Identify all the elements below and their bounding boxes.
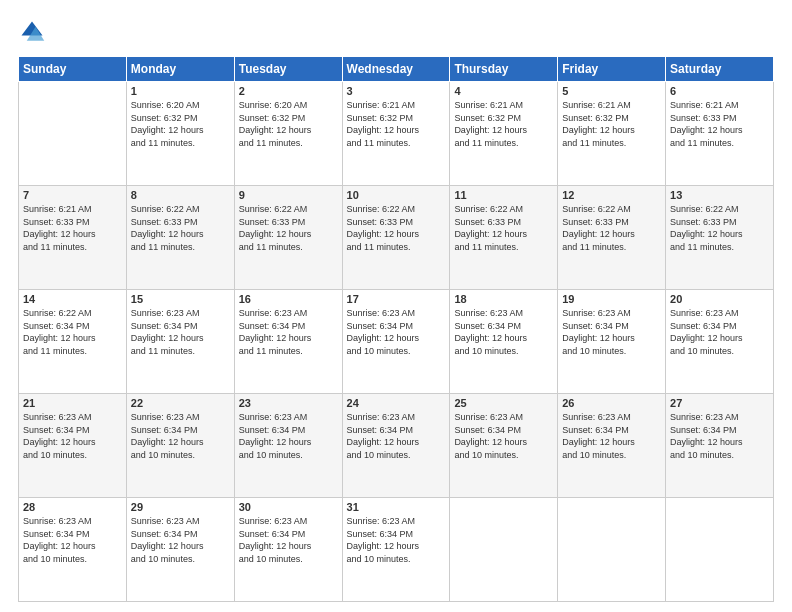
day-info: Sunrise: 6:23 AM Sunset: 6:34 PM Dayligh… (23, 411, 122, 461)
day-info: Sunrise: 6:23 AM Sunset: 6:34 PM Dayligh… (131, 307, 230, 357)
calendar-cell: 12Sunrise: 6:22 AM Sunset: 6:33 PM Dayli… (558, 186, 666, 290)
day-info: Sunrise: 6:21 AM Sunset: 6:32 PM Dayligh… (347, 99, 446, 149)
day-info: Sunrise: 6:22 AM Sunset: 6:33 PM Dayligh… (131, 203, 230, 253)
day-number: 25 (454, 397, 553, 409)
day-info: Sunrise: 6:23 AM Sunset: 6:34 PM Dayligh… (131, 411, 230, 461)
day-info: Sunrise: 6:21 AM Sunset: 6:33 PM Dayligh… (670, 99, 769, 149)
calendar-cell: 3Sunrise: 6:21 AM Sunset: 6:32 PM Daylig… (342, 82, 450, 186)
calendar-week-row: 1Sunrise: 6:20 AM Sunset: 6:32 PM Daylig… (19, 82, 774, 186)
day-number: 28 (23, 501, 122, 513)
day-info: Sunrise: 6:23 AM Sunset: 6:34 PM Dayligh… (131, 515, 230, 565)
day-number: 18 (454, 293, 553, 305)
day-info: Sunrise: 6:23 AM Sunset: 6:34 PM Dayligh… (454, 307, 553, 357)
calendar: SundayMondayTuesdayWednesdayThursdayFrid… (18, 56, 774, 602)
day-number: 10 (347, 189, 446, 201)
day-number: 14 (23, 293, 122, 305)
day-of-week-header: Friday (558, 57, 666, 82)
calendar-cell: 17Sunrise: 6:23 AM Sunset: 6:34 PM Dayli… (342, 290, 450, 394)
day-number: 24 (347, 397, 446, 409)
day-number: 23 (239, 397, 338, 409)
day-number: 20 (670, 293, 769, 305)
calendar-cell: 7Sunrise: 6:21 AM Sunset: 6:33 PM Daylig… (19, 186, 127, 290)
day-info: Sunrise: 6:20 AM Sunset: 6:32 PM Dayligh… (131, 99, 230, 149)
calendar-cell: 21Sunrise: 6:23 AM Sunset: 6:34 PM Dayli… (19, 394, 127, 498)
day-number: 19 (562, 293, 661, 305)
day-info: Sunrise: 6:23 AM Sunset: 6:34 PM Dayligh… (562, 307, 661, 357)
day-info: Sunrise: 6:23 AM Sunset: 6:34 PM Dayligh… (562, 411, 661, 461)
day-info: Sunrise: 6:23 AM Sunset: 6:34 PM Dayligh… (239, 515, 338, 565)
calendar-week-row: 21Sunrise: 6:23 AM Sunset: 6:34 PM Dayli… (19, 394, 774, 498)
day-number: 4 (454, 85, 553, 97)
day-info: Sunrise: 6:23 AM Sunset: 6:34 PM Dayligh… (670, 307, 769, 357)
calendar-cell (666, 498, 774, 602)
day-number: 6 (670, 85, 769, 97)
day-info: Sunrise: 6:23 AM Sunset: 6:34 PM Dayligh… (239, 411, 338, 461)
day-info: Sunrise: 6:23 AM Sunset: 6:34 PM Dayligh… (347, 411, 446, 461)
day-number: 11 (454, 189, 553, 201)
calendar-cell: 1Sunrise: 6:20 AM Sunset: 6:32 PM Daylig… (126, 82, 234, 186)
calendar-cell: 30Sunrise: 6:23 AM Sunset: 6:34 PM Dayli… (234, 498, 342, 602)
calendar-week-row: 14Sunrise: 6:22 AM Sunset: 6:34 PM Dayli… (19, 290, 774, 394)
day-number: 8 (131, 189, 230, 201)
calendar-cell (450, 498, 558, 602)
day-number: 30 (239, 501, 338, 513)
calendar-header-row: SundayMondayTuesdayWednesdayThursdayFrid… (19, 57, 774, 82)
calendar-cell: 13Sunrise: 6:22 AM Sunset: 6:33 PM Dayli… (666, 186, 774, 290)
calendar-cell: 25Sunrise: 6:23 AM Sunset: 6:34 PM Dayli… (450, 394, 558, 498)
calendar-cell: 29Sunrise: 6:23 AM Sunset: 6:34 PM Dayli… (126, 498, 234, 602)
calendar-cell (19, 82, 127, 186)
day-number: 21 (23, 397, 122, 409)
calendar-cell: 23Sunrise: 6:23 AM Sunset: 6:34 PM Dayli… (234, 394, 342, 498)
logo-icon (18, 18, 46, 46)
day-number: 27 (670, 397, 769, 409)
calendar-cell: 28Sunrise: 6:23 AM Sunset: 6:34 PM Dayli… (19, 498, 127, 602)
logo (18, 18, 50, 46)
calendar-cell: 2Sunrise: 6:20 AM Sunset: 6:32 PM Daylig… (234, 82, 342, 186)
day-of-week-header: Tuesday (234, 57, 342, 82)
day-number: 17 (347, 293, 446, 305)
day-number: 22 (131, 397, 230, 409)
day-info: Sunrise: 6:23 AM Sunset: 6:34 PM Dayligh… (23, 515, 122, 565)
calendar-cell: 8Sunrise: 6:22 AM Sunset: 6:33 PM Daylig… (126, 186, 234, 290)
day-info: Sunrise: 6:22 AM Sunset: 6:34 PM Dayligh… (23, 307, 122, 357)
calendar-cell: 11Sunrise: 6:22 AM Sunset: 6:33 PM Dayli… (450, 186, 558, 290)
day-of-week-header: Wednesday (342, 57, 450, 82)
day-number: 1 (131, 85, 230, 97)
calendar-cell: 18Sunrise: 6:23 AM Sunset: 6:34 PM Dayli… (450, 290, 558, 394)
day-info: Sunrise: 6:23 AM Sunset: 6:34 PM Dayligh… (454, 411, 553, 461)
calendar-cell: 19Sunrise: 6:23 AM Sunset: 6:34 PM Dayli… (558, 290, 666, 394)
day-number: 29 (131, 501, 230, 513)
day-number: 31 (347, 501, 446, 513)
day-info: Sunrise: 6:21 AM Sunset: 6:33 PM Dayligh… (23, 203, 122, 253)
calendar-cell: 22Sunrise: 6:23 AM Sunset: 6:34 PM Dayli… (126, 394, 234, 498)
calendar-cell: 27Sunrise: 6:23 AM Sunset: 6:34 PM Dayli… (666, 394, 774, 498)
calendar-cell: 26Sunrise: 6:23 AM Sunset: 6:34 PM Dayli… (558, 394, 666, 498)
day-number: 3 (347, 85, 446, 97)
calendar-cell: 9Sunrise: 6:22 AM Sunset: 6:33 PM Daylig… (234, 186, 342, 290)
day-of-week-header: Thursday (450, 57, 558, 82)
calendar-cell: 10Sunrise: 6:22 AM Sunset: 6:33 PM Dayli… (342, 186, 450, 290)
day-info: Sunrise: 6:20 AM Sunset: 6:32 PM Dayligh… (239, 99, 338, 149)
calendar-cell: 14Sunrise: 6:22 AM Sunset: 6:34 PM Dayli… (19, 290, 127, 394)
day-number: 26 (562, 397, 661, 409)
calendar-cell: 4Sunrise: 6:21 AM Sunset: 6:32 PM Daylig… (450, 82, 558, 186)
calendar-cell: 24Sunrise: 6:23 AM Sunset: 6:34 PM Dayli… (342, 394, 450, 498)
day-info: Sunrise: 6:23 AM Sunset: 6:34 PM Dayligh… (347, 307, 446, 357)
day-info: Sunrise: 6:21 AM Sunset: 6:32 PM Dayligh… (562, 99, 661, 149)
calendar-cell: 15Sunrise: 6:23 AM Sunset: 6:34 PM Dayli… (126, 290, 234, 394)
day-of-week-header: Sunday (19, 57, 127, 82)
calendar-cell (558, 498, 666, 602)
day-number: 13 (670, 189, 769, 201)
day-info: Sunrise: 6:21 AM Sunset: 6:32 PM Dayligh… (454, 99, 553, 149)
day-number: 9 (239, 189, 338, 201)
page: SundayMondayTuesdayWednesdayThursdayFrid… (0, 0, 792, 612)
day-info: Sunrise: 6:23 AM Sunset: 6:34 PM Dayligh… (347, 515, 446, 565)
calendar-cell: 5Sunrise: 6:21 AM Sunset: 6:32 PM Daylig… (558, 82, 666, 186)
day-number: 16 (239, 293, 338, 305)
day-info: Sunrise: 6:22 AM Sunset: 6:33 PM Dayligh… (239, 203, 338, 253)
header (18, 18, 774, 46)
calendar-cell: 20Sunrise: 6:23 AM Sunset: 6:34 PM Dayli… (666, 290, 774, 394)
calendar-week-row: 7Sunrise: 6:21 AM Sunset: 6:33 PM Daylig… (19, 186, 774, 290)
day-of-week-header: Saturday (666, 57, 774, 82)
day-info: Sunrise: 6:22 AM Sunset: 6:33 PM Dayligh… (562, 203, 661, 253)
